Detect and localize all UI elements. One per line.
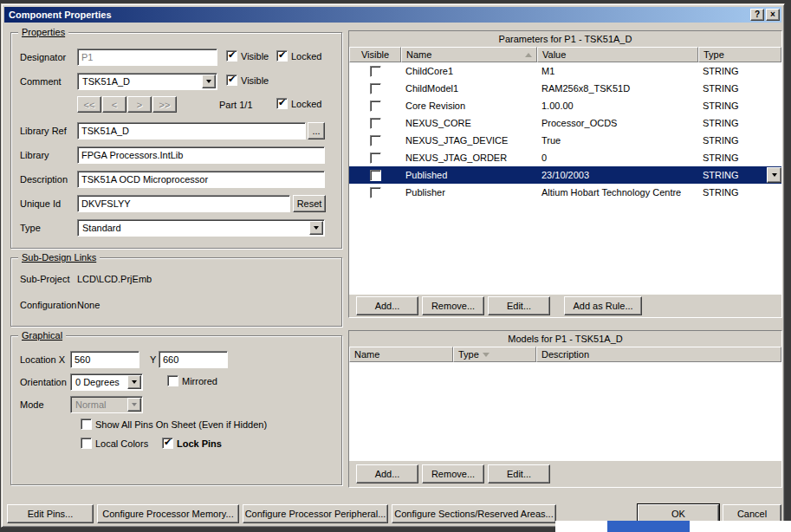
- show-all-pins-label: Show All Pins On Sheet (Even if Hidden): [95, 419, 267, 431]
- configure-sections-reserved-areas-button[interactable]: Configure Sections/Reserved Areas...: [392, 504, 556, 523]
- title-bar[interactable]: Component Properties ? ×: [4, 7, 781, 23]
- designator-visible-label: Visible: [241, 51, 269, 62]
- comment-combo[interactable]: TSK51A_D: [77, 73, 217, 90]
- param-visible-checkbox[interactable]: [370, 170, 381, 181]
- parameter-row[interactable]: ChildModel1RAM256x8_TSK51DSTRING: [349, 80, 781, 97]
- component-properties-dialog: Component Properties ? × Properties Desi…: [1, 3, 785, 528]
- column-header-visible[interactable]: Visible: [349, 47, 401, 62]
- library-input[interactable]: [77, 146, 325, 164]
- param-visible-cell: [349, 166, 401, 184]
- parameter-row[interactable]: PublisherAltium Hobart Technology Centre…: [349, 184, 781, 201]
- models-panel-title: Models for P1 - TSK51A_D: [349, 331, 781, 347]
- parameters-edit-button[interactable]: Edit...: [488, 296, 550, 315]
- show-all-pins-checkbox[interactable]: [81, 418, 92, 430]
- parameters-remove-button[interactable]: Remove...: [422, 296, 484, 315]
- column-header-name[interactable]: Name: [401, 47, 537, 62]
- parameters-add-button[interactable]: Add...: [356, 296, 418, 315]
- column-header-model-type[interactable]: Type: [453, 347, 536, 362]
- library-ref-label: Library Ref: [20, 126, 67, 137]
- param-name: Publisher: [401, 184, 537, 201]
- help-button[interactable]: ?: [750, 9, 764, 21]
- param-visible-checkbox[interactable]: [370, 118, 381, 129]
- param-type: STRING: [698, 80, 781, 97]
- lock-pins-checkbox[interactable]: [162, 438, 173, 449]
- location-x-label: Location X: [20, 354, 65, 366]
- comment-dropdown-icon[interactable]: [202, 75, 216, 88]
- orientation-combo[interactable]: 0 Degrees: [70, 373, 143, 391]
- param-name: ChildCore1: [401, 62, 537, 80]
- part-last-button[interactable]: >>: [152, 96, 177, 113]
- location-x-input[interactable]: [70, 351, 139, 368]
- param-type: STRING: [698, 114, 781, 132]
- sub-project-label: Sub-Project: [20, 274, 69, 285]
- param-visible-checkbox[interactable]: [370, 101, 381, 112]
- mode-label: Mode: [20, 399, 44, 411]
- param-visible-cell: [349, 114, 401, 132]
- edit-pins-button[interactable]: Edit Pins...: [7, 504, 94, 523]
- unique-id-reset-button[interactable]: Reset: [293, 195, 326, 212]
- param-type-dropdown-button[interactable]: [767, 167, 781, 183]
- close-button[interactable]: ×: [766, 9, 780, 21]
- parameters-table-body[interactable]: ChildCore1M1STRINGChildModel1RAM256x8_TS…: [349, 62, 781, 295]
- param-name: Core Revision: [401, 97, 537, 114]
- configure-processor-peripheral-button[interactable]: Configure Processor Peripheral...: [243, 504, 388, 523]
- models-table-header: Name Type Description: [349, 347, 781, 362]
- comment-visible-checkbox[interactable]: [226, 75, 237, 86]
- part-locked-checkbox[interactable]: [276, 98, 288, 109]
- column-header-type[interactable]: Type: [698, 47, 781, 62]
- part-prev-button[interactable]: <: [102, 96, 126, 113]
- param-value: RAM256x8_TSK51D: [537, 80, 698, 97]
- param-value: 0: [537, 149, 698, 166]
- type-combo[interactable]: Standard: [77, 219, 325, 237]
- orientation-value: 0 Degrees: [75, 377, 120, 387]
- column-header-model-description[interactable]: Description: [536, 347, 781, 362]
- part-locked-label: Locked: [291, 99, 321, 110]
- param-visible-checkbox[interactable]: [370, 135, 381, 146]
- location-y-input[interactable]: [159, 351, 228, 368]
- column-header-value[interactable]: Value: [537, 47, 698, 62]
- models-remove-button[interactable]: Remove...: [422, 464, 484, 483]
- param-type: STRING: [698, 149, 781, 166]
- orientation-label: Orientation: [20, 377, 67, 388]
- parameter-row[interactable]: Core Revision1.00.00STRING: [349, 97, 781, 114]
- comment-label: Comment: [20, 76, 62, 88]
- designator-input[interactable]: [77, 49, 217, 66]
- param-name: Published: [401, 166, 537, 184]
- column-header-model-name[interactable]: Name: [349, 347, 453, 362]
- local-colors-checkbox[interactable]: [81, 438, 92, 449]
- param-type: STRING: [698, 132, 781, 149]
- designator-locked-checkbox[interactable]: [276, 50, 288, 62]
- param-visible-checkbox[interactable]: [370, 187, 381, 198]
- description-label: Description: [20, 174, 68, 185]
- parameter-row[interactable]: ChildCore1M1STRING: [349, 62, 781, 80]
- param-visible-checkbox[interactable]: [370, 152, 381, 164]
- parameters-add-as-rule-button[interactable]: Add as Rule...: [564, 296, 642, 315]
- models-edit-button[interactable]: Edit...: [488, 464, 550, 483]
- window-title: Component Properties: [9, 10, 112, 20]
- parameter-row[interactable]: Published23/10/2003STRING: [349, 166, 781, 184]
- param-type: STRING: [698, 97, 781, 114]
- parameter-row[interactable]: NEXUS_COREProcessor_OCDSSTRING: [349, 114, 781, 132]
- library-ref-browse-button[interactable]: ...: [308, 122, 325, 139]
- comment-value: TSK51A_D: [82, 76, 130, 87]
- param-visible-checkbox[interactable]: [370, 66, 381, 77]
- library-ref-input[interactable]: [77, 122, 306, 139]
- designator-visible-checkbox[interactable]: [226, 50, 237, 62]
- models-add-button[interactable]: Add...: [356, 464, 418, 483]
- type-label: Type: [20, 223, 41, 234]
- models-table-body[interactable]: [349, 362, 781, 461]
- type-dropdown-icon[interactable]: [309, 221, 323, 235]
- configure-processor-memory-button[interactable]: Configure Processor Memory...: [97, 504, 239, 523]
- param-value: Processor_OCDS: [537, 114, 698, 132]
- unique-id-input[interactable]: [77, 195, 290, 212]
- description-input[interactable]: [77, 171, 325, 188]
- configuration-label: Configuration: [20, 300, 76, 311]
- parameter-row[interactable]: NEXUS_JTAG_ORDER0STRING: [349, 149, 781, 166]
- orientation-dropdown-icon[interactable]: [127, 375, 141, 389]
- parameter-row[interactable]: NEXUS_JTAG_DEVICETrueSTRING: [349, 132, 781, 149]
- part-first-button[interactable]: <<: [77, 96, 101, 113]
- mirrored-checkbox[interactable]: [167, 375, 178, 386]
- param-name: NEXUS_JTAG_ORDER: [401, 149, 537, 166]
- param-visible-checkbox[interactable]: [370, 83, 381, 94]
- part-next-button[interactable]: >: [127, 96, 152, 113]
